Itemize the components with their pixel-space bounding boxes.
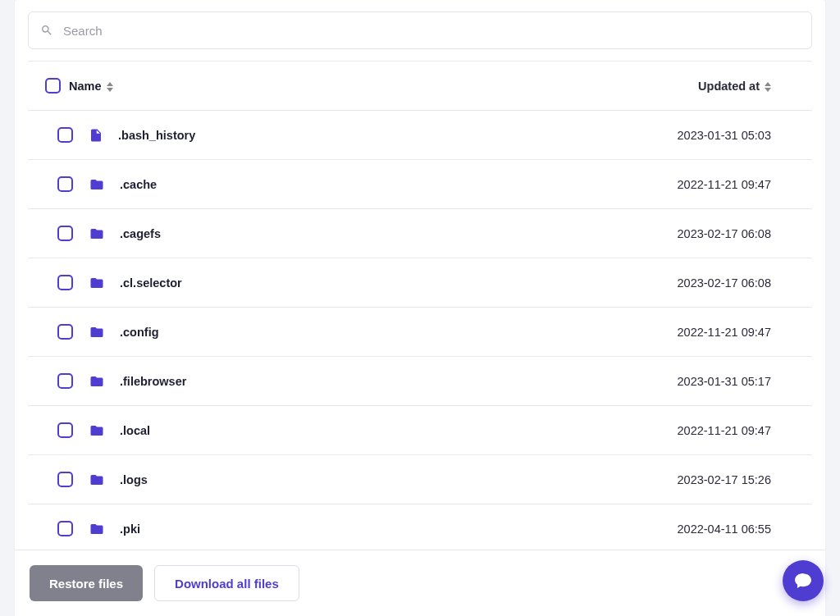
item-updated: 2023-01-31 05:17: [632, 375, 804, 388]
row-checkbox[interactable]: [57, 275, 73, 290]
footer-bar: Restore files Download all files: [15, 550, 825, 616]
item-name: .filebrowser: [120, 375, 186, 388]
table-row[interactable]: .bash_history2023-01-31 05:03: [28, 111, 812, 160]
table-row[interactable]: .pki2022-04-11 06:55: [28, 504, 812, 550]
item-updated: 2022-11-21 09:47: [632, 326, 804, 339]
row-checkbox[interactable]: [57, 472, 73, 487]
select-all-checkbox[interactable]: [45, 78, 61, 94]
file-icon: [89, 128, 103, 143]
folder-icon: [89, 423, 105, 438]
table-row[interactable]: .filebrowser2023-01-31 05:17: [28, 357, 812, 406]
folder-icon: [89, 472, 105, 487]
restore-files-button[interactable]: Restore files: [30, 565, 143, 601]
row-checkbox[interactable]: [57, 422, 73, 438]
item-updated: 2022-11-21 09:47: [632, 424, 804, 437]
name-header-label: Name: [69, 80, 102, 93]
item-updated: 2022-04-11 06:55: [632, 522, 804, 536]
folder-icon: [89, 276, 105, 290]
item-name: .bash_history: [118, 129, 195, 142]
row-checkbox[interactable]: [57, 176, 73, 192]
file-browser-panel: Name Updated at .bash_history2023-01-31 …: [15, 0, 825, 616]
item-name: .local: [120, 424, 150, 437]
row-checkbox[interactable]: [57, 226, 73, 241]
row-checkbox[interactable]: [57, 324, 73, 340]
search-container: [15, 0, 825, 49]
item-name: .cagefs: [120, 227, 161, 240]
table-row[interactable]: .cl.selector2023-02-17 06:08: [28, 258, 812, 308]
file-table: Name Updated at .bash_history2023-01-31 …: [28, 61, 812, 550]
sort-icon: [765, 82, 771, 92]
item-name: .cl.selector: [120, 276, 182, 290]
item-updated: 2023-02-17 15:26: [632, 473, 804, 486]
table-header: Name Updated at: [28, 62, 812, 111]
search-box[interactable]: [28, 11, 812, 49]
row-checkbox[interactable]: [57, 127, 73, 143]
item-updated: 2022-11-21 09:47: [632, 178, 804, 191]
table-row[interactable]: .config2022-11-21 09:47: [28, 308, 812, 357]
item-updated: 2023-02-17 06:08: [632, 276, 804, 290]
item-updated: 2023-01-31 05:03: [632, 129, 804, 142]
table-body: .bash_history2023-01-31 05:03.cache2022-…: [28, 111, 812, 550]
item-name: .logs: [120, 473, 148, 486]
folder-icon: [89, 325, 105, 340]
sort-icon: [107, 82, 113, 92]
download-all-button[interactable]: Download all files: [154, 565, 299, 601]
row-checkbox[interactable]: [57, 521, 73, 536]
item-name: .config: [120, 326, 159, 339]
table-row[interactable]: .cagefs2023-02-17 06:08: [28, 209, 812, 258]
row-checkbox[interactable]: [57, 373, 73, 389]
folder-icon: [89, 374, 105, 389]
column-header-name[interactable]: Name: [69, 80, 632, 93]
folder-icon: [89, 522, 105, 536]
table-row[interactable]: .cache2022-11-21 09:47: [28, 160, 812, 209]
updated-header-label: Updated at: [698, 80, 760, 93]
chat-icon: [793, 571, 813, 591]
item-updated: 2023-02-17 06:08: [632, 227, 804, 240]
table-row[interactable]: .local2022-11-21 09:47: [28, 406, 812, 455]
search-input[interactable]: [63, 24, 800, 38]
item-name: .cache: [120, 178, 157, 191]
folder-icon: [89, 226, 105, 241]
item-name: .pki: [120, 522, 140, 536]
chat-widget-button[interactable]: [783, 560, 824, 601]
column-header-updated[interactable]: Updated at: [632, 80, 804, 93]
table-row[interactable]: .logs2023-02-17 15:26: [28, 455, 812, 504]
folder-icon: [89, 177, 105, 192]
search-icon: [40, 24, 53, 37]
